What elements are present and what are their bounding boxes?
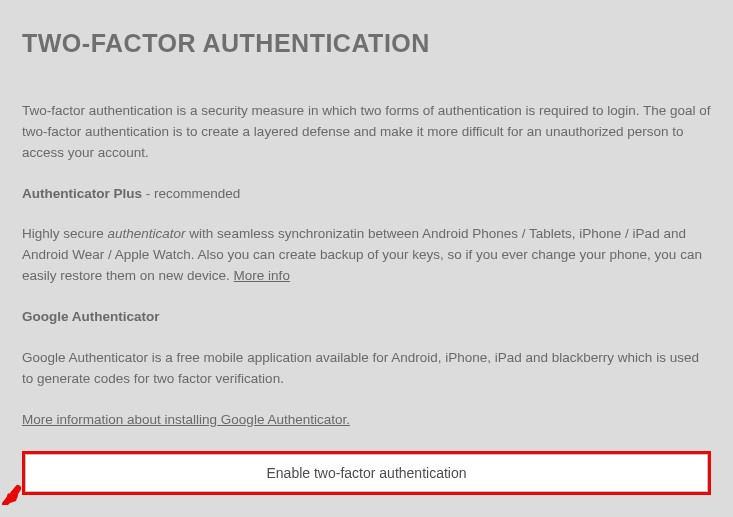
- more-info-link[interactable]: More info: [234, 268, 290, 283]
- google-authenticator-name: Google Authenticator: [22, 309, 160, 324]
- google-authenticator-heading: Google Authenticator: [22, 307, 711, 328]
- google-authenticator-description: Google Authenticator is a free mobile ap…: [22, 348, 711, 390]
- intro-paragraph: Two-factor authentication is a security …: [22, 101, 711, 164]
- annotation-arrow-icon: [2, 481, 22, 505]
- enable-button-highlight: Enable two-factor authentication: [22, 451, 711, 495]
- enable-two-factor-button[interactable]: Enable two-factor authentication: [25, 454, 708, 492]
- google-more-info-paragraph: More information about installing Google…: [22, 410, 711, 431]
- auth-plus-desc-emph: authenticator: [108, 226, 186, 241]
- google-more-info-link[interactable]: More information about installing Google…: [22, 412, 350, 427]
- authenticator-plus-heading: Authenticator Plus - recommended: [22, 184, 711, 205]
- authenticator-plus-suffix: - recommended: [142, 186, 240, 201]
- authenticator-plus-description: Highly secure authenticator with seamles…: [22, 224, 711, 287]
- authenticator-plus-name: Authenticator Plus: [22, 186, 142, 201]
- auth-plus-desc-prefix: Highly secure: [22, 226, 108, 241]
- page-title: TWO-FACTOR AUTHENTICATION: [22, 24, 711, 63]
